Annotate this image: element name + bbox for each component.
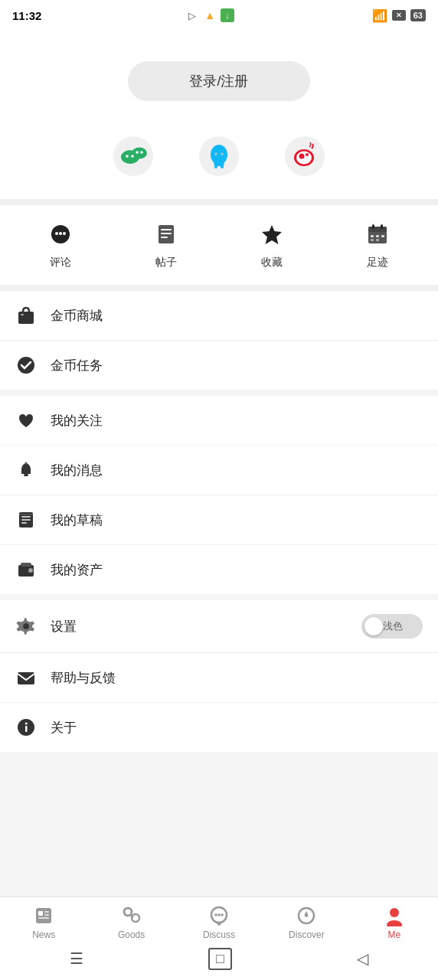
svg-rect-51 (21, 563, 31, 567)
play-icon: ▷ (185, 8, 199, 22)
nav-news[interactable]: News (0, 897, 87, 946)
svg-rect-36 (376, 235, 379, 237)
wechat-login-button[interactable] (113, 136, 153, 176)
settings-label: 设置 (51, 618, 361, 635)
email-icon (15, 667, 37, 688)
gear-icon (15, 616, 37, 637)
warning-icon: ▲ (203, 8, 217, 22)
nav-discuss-label: Discuss (203, 929, 235, 940)
svg-point-3 (126, 155, 129, 158)
quick-action-favorites[interactable]: 收藏 (258, 220, 286, 270)
status-notif-icons: ▷ ▲ ↓ (185, 8, 234, 22)
nav-discuss[interactable]: Discuss (175, 897, 263, 946)
sys-home-button[interactable]: □ (208, 948, 232, 970)
nav-discover-label: Discover (289, 929, 325, 940)
theme-toggle[interactable]: 浅色 (361, 614, 423, 639)
my-assets-item[interactable]: 我的资产 (0, 545, 438, 594)
status-icons: 📶 ✕ 63 (372, 8, 426, 23)
quick-action-footprint[interactable]: 足迹 (364, 220, 391, 270)
my-draft-item[interactable]: 我的草稿 (0, 495, 438, 545)
svg-point-42 (18, 357, 34, 374)
my-follow-item[interactable]: 我的关注 (0, 396, 438, 446)
sys-menu-button[interactable]: ☰ (54, 946, 99, 971)
help-item[interactable]: 帮助与反馈 (0, 653, 438, 703)
svg-rect-56 (18, 672, 34, 684)
heart-icon (15, 410, 37, 431)
svg-point-19 (296, 152, 312, 165)
info-icon (15, 717, 37, 738)
settings-item[interactable]: 设置 浅色 (0, 600, 438, 653)
my-follow-label: 我的关注 (51, 412, 423, 430)
svg-rect-64 (38, 917, 49, 919)
goods-icon (121, 905, 142, 926)
bell-icon (15, 459, 37, 481)
signal-x-icon: ✕ (392, 10, 406, 21)
help-label: 帮助与反馈 (51, 669, 423, 687)
weibo-login-button[interactable] (285, 136, 325, 176)
svg-rect-32 (368, 227, 387, 232)
about-item[interactable]: 关于 (0, 703, 438, 752)
toggle-knob (364, 617, 383, 635)
svg-rect-39 (376, 239, 379, 241)
svg-point-15 (215, 153, 216, 154)
wifi-icon: 📶 (372, 8, 387, 23)
svg-rect-29 (161, 237, 168, 238)
status-bar: 11:32 ▷ ▲ ↓ 📶 ✕ 63 (0, 0, 438, 31)
svg-point-23 (55, 232, 58, 235)
gold-task-item[interactable]: 金币任务 (0, 341, 438, 390)
svg-point-20 (299, 154, 305, 159)
toggle-label: 浅色 (383, 619, 403, 633)
my-message-item[interactable]: 我的消息 (0, 446, 438, 495)
status-time: 11:32 (12, 9, 41, 22)
nav-me[interactable]: Me (351, 897, 438, 946)
me-icon (384, 905, 405, 926)
svg-point-76 (387, 920, 402, 926)
svg-rect-10 (214, 165, 217, 168)
menu-section-settings: 设置 浅色 帮助与反馈 (0, 600, 438, 752)
svg-point-6 (140, 151, 143, 154)
quick-action-comments[interactable]: 评论 (47, 220, 74, 270)
svg-rect-63 (44, 914, 49, 916)
nav-discover[interactable]: Discover (263, 897, 350, 946)
svg-point-25 (63, 232, 66, 235)
gold-shop-item[interactable]: 金币商城 (0, 291, 438, 341)
favorites-label: 收藏 (261, 256, 283, 270)
quick-actions: 评论 帖子 收藏 (0, 205, 438, 291)
posts-label: 帖子 (155, 256, 177, 270)
svg-point-4 (131, 155, 134, 158)
star-icon (258, 220, 286, 248)
sys-back-button[interactable]: ◁ (342, 946, 384, 971)
posts-icon (152, 220, 180, 248)
quick-action-posts[interactable]: 帖子 (152, 220, 180, 270)
comments-label: 评论 (50, 256, 71, 270)
my-assets-label: 我的资产 (51, 561, 423, 579)
svg-point-59 (25, 723, 28, 725)
svg-point-70 (217, 913, 221, 916)
check-circle-icon (15, 354, 37, 376)
discuss-icon (208, 905, 230, 926)
svg-rect-46 (21, 516, 31, 518)
social-login-section (0, 124, 438, 205)
svg-rect-40 (18, 312, 34, 324)
svg-rect-34 (381, 224, 383, 229)
svg-point-24 (59, 232, 62, 235)
svg-point-2 (132, 148, 147, 159)
login-register-button[interactable]: 登录/注册 (128, 61, 309, 101)
download-icon: ↓ (221, 8, 234, 22)
svg-point-74 (305, 914, 308, 917)
qq-icon (199, 136, 239, 176)
nav-goods[interactable]: Goods (87, 897, 175, 946)
discover-icon (296, 905, 317, 926)
calendar-icon (364, 220, 391, 248)
qq-login-button[interactable] (199, 136, 239, 176)
comments-icon (47, 220, 74, 248)
svg-point-44 (25, 462, 28, 465)
menu-section-my: 我的关注 我的消息 我的草稿 (0, 396, 438, 594)
svg-point-55 (24, 624, 29, 629)
menu-section-gold: 金币商城 金币任务 (0, 291, 438, 390)
my-message-label: 我的消息 (51, 462, 423, 479)
svg-rect-28 (161, 233, 172, 234)
battery-icon: 63 (410, 9, 426, 21)
svg-rect-47 (21, 519, 31, 521)
svg-rect-33 (372, 224, 374, 229)
